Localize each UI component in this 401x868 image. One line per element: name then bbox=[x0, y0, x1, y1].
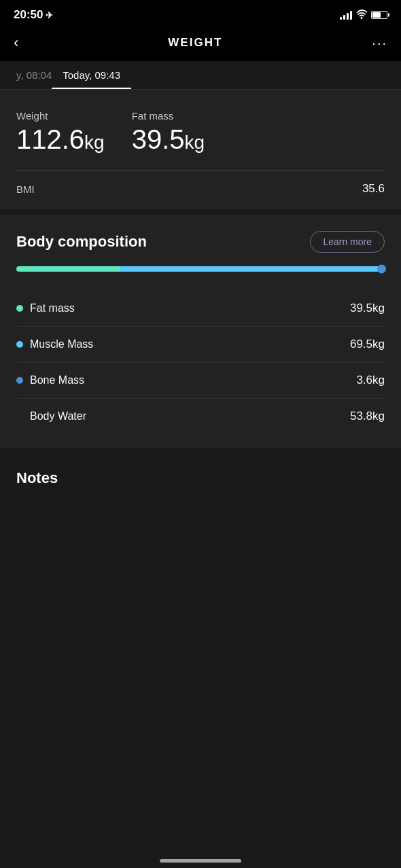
bmi-row: BMI 35.6 bbox=[16, 170, 385, 196]
clock: 20:50 bbox=[14, 8, 43, 22]
muscle-mass-value: 69.5kg bbox=[350, 338, 385, 351]
tab-current[interactable]: Today, 09:43 bbox=[52, 61, 131, 89]
list-item: Body Water 53.8kg bbox=[16, 399, 385, 434]
muscle-mass-name: Muscle Mass bbox=[30, 338, 93, 350]
weight-value: 112.6kg bbox=[16, 124, 105, 154]
list-item: Fat mass 39.5kg bbox=[16, 291, 385, 327]
home-indicator bbox=[160, 859, 241, 863]
progress-segment-muscle bbox=[120, 266, 385, 272]
stats-row: Weight 112.6kg Fat mass 39.5kg bbox=[16, 110, 385, 154]
tab-previous[interactable]: y, 08:04 bbox=[14, 61, 52, 89]
weight-label: Weight bbox=[16, 110, 105, 122]
notes-title: Notes bbox=[16, 469, 385, 487]
fat-mass-dot bbox=[16, 305, 23, 312]
progress-dot bbox=[377, 265, 386, 274]
wifi-icon bbox=[356, 10, 367, 21]
section-title: Body composition bbox=[16, 233, 147, 251]
fat-mass-label: Fat mass bbox=[132, 110, 205, 122]
nav-bar: ‹ WEIGHT ··· bbox=[0, 27, 401, 61]
fat-mass-value: 39.5kg bbox=[132, 124, 205, 154]
status-bar: 20:50 ✈ bbox=[0, 0, 401, 27]
bone-mass-name: Bone Mass bbox=[30, 374, 84, 386]
more-button[interactable]: ··· bbox=[372, 35, 387, 51]
stats-section: Weight 112.6kg Fat mass 39.5kg BMI 35.6 bbox=[0, 90, 401, 209]
composition-section: Body composition Learn more Fat mass 39.… bbox=[0, 215, 401, 448]
body-water-value: 53.8kg bbox=[350, 410, 385, 423]
fat-mass-name: Fat mass bbox=[30, 302, 75, 314]
location-icon: ✈ bbox=[46, 10, 53, 20]
progress-segment-fat bbox=[16, 266, 120, 272]
section-header: Body composition Learn more bbox=[16, 231, 385, 253]
bone-mass-value: 3.6kg bbox=[356, 374, 385, 387]
body-water-name: Body Water bbox=[30, 410, 86, 422]
weight-stat: Weight 112.6kg bbox=[16, 110, 105, 154]
composition-list: Fat mass 39.5kg Muscle Mass 69.5kg Bone … bbox=[16, 291, 385, 434]
page-title: WEIGHT bbox=[168, 36, 222, 50]
bmi-value: 35.6 bbox=[362, 182, 385, 196]
battery-icon bbox=[371, 11, 387, 19]
list-item: Muscle Mass 69.5kg bbox=[16, 327, 385, 363]
status-time: 20:50 ✈ bbox=[14, 8, 53, 22]
list-item: Bone Mass 3.6kg bbox=[16, 363, 385, 399]
tabs-bar: y, 08:04 Today, 09:43 bbox=[0, 61, 401, 90]
fat-mass-stat: Fat mass 39.5kg bbox=[132, 110, 205, 154]
signal-icon bbox=[340, 10, 352, 20]
fat-mass-comp-value: 39.5kg bbox=[350, 302, 385, 315]
back-button[interactable]: ‹ bbox=[14, 34, 18, 52]
notes-section: Notes bbox=[0, 453, 401, 525]
learn-more-button[interactable]: Learn more bbox=[310, 231, 385, 253]
progress-bar bbox=[16, 266, 385, 274]
bmi-label: BMI bbox=[16, 183, 35, 195]
bone-mass-dot bbox=[16, 377, 23, 384]
muscle-mass-dot bbox=[16, 341, 23, 348]
status-icons bbox=[340, 10, 387, 21]
